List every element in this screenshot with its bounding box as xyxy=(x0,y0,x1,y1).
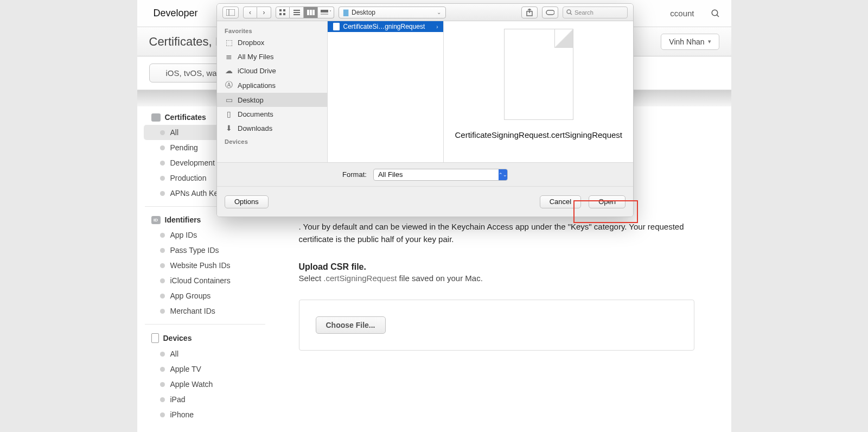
devices-header: Devices xyxy=(217,135,327,146)
sidebar-item-devices-iphone[interactable]: iPhone xyxy=(137,407,273,422)
column-view-button[interactable] xyxy=(304,7,318,18)
sidebar-item-app-ids[interactable]: App IDs xyxy=(137,227,273,243)
svg-point-0 xyxy=(712,10,718,16)
coverflow-view-button[interactable]: ˅ xyxy=(318,7,334,18)
downloads-icon: ⬇ xyxy=(225,124,233,132)
sidebar-item-pass-type-ids[interactable]: Pass Type IDs xyxy=(137,243,273,258)
dot-icon xyxy=(160,382,165,387)
sidebar-group-devices[interactable]: Devices xyxy=(137,330,273,346)
dot-icon xyxy=(160,145,165,150)
svg-rect-14 xyxy=(321,10,328,12)
dot-icon xyxy=(160,233,165,238)
finder-toolbar: ‹ › ˅ ▇ Desktop ⌄ Search xyxy=(217,4,633,21)
svg-rect-12 xyxy=(310,10,312,15)
dot-icon xyxy=(160,294,165,298)
forward-button[interactable]: › xyxy=(257,7,271,18)
back-button[interactable]: ‹ xyxy=(243,7,257,18)
csr-dropzone: Choose File... xyxy=(299,300,694,351)
format-row: Format: All Files ⌃⌄ xyxy=(217,162,633,186)
chevron-right-icon: › xyxy=(436,24,438,30)
svg-point-18 xyxy=(567,10,571,14)
file-preview-thumbnail xyxy=(504,29,573,120)
sidebar-item-devices-all[interactable]: All xyxy=(137,346,273,361)
fav-desktop[interactable]: ▭Desktop xyxy=(217,93,327,107)
cancel-button[interactable]: Cancel xyxy=(540,195,581,208)
sidebar-item-merchant-ids[interactable]: Merchant IDs xyxy=(137,303,273,319)
sidebar-item-website-push-ids[interactable]: Website Push IDs xyxy=(137,258,273,273)
options-button[interactable]: Options xyxy=(225,195,269,208)
dot-icon xyxy=(160,309,165,314)
device-badge-icon xyxy=(151,333,159,343)
platform-tab-label: iOS, tvOS, wat xyxy=(166,68,219,78)
cloud-icon: ☁ xyxy=(225,66,233,75)
finder-sidebar: Favorites ⬚Dropbox ≣All My Files ☁iCloud… xyxy=(217,21,328,162)
user-name: Vinh Nhan xyxy=(669,37,704,46)
sidebar-group-title: Devices xyxy=(163,334,192,342)
icon-view-button[interactable] xyxy=(276,7,290,18)
file-name-full: CertificateSigningRequest.certSigningReq… xyxy=(455,130,622,141)
toggle-sidebar-button[interactable] xyxy=(222,7,239,18)
dialog-button-row: Options Cancel Open xyxy=(217,186,633,217)
sidebar-item-devices-appletv[interactable]: Apple TV xyxy=(137,361,273,377)
svg-line-1 xyxy=(717,15,719,17)
svg-rect-11 xyxy=(307,10,309,15)
file-row-csr[interactable]: CertificateSi…gningRequest › xyxy=(328,21,443,32)
identifiers-badge-icon: ID xyxy=(151,216,161,224)
chevron-updown-icon: ⌃⌄ xyxy=(499,169,507,180)
location-dropdown[interactable]: ▇ Desktop ⌄ xyxy=(339,7,446,18)
page-fold-icon xyxy=(554,29,573,48)
desktop-icon: ▭ xyxy=(225,96,233,104)
svg-line-19 xyxy=(570,13,572,15)
fav-icloud-drive[interactable]: ☁iCloud Drive xyxy=(217,63,327,78)
page-title: Certificates, I xyxy=(149,35,219,49)
fav-downloads[interactable]: ⬇Downloads xyxy=(217,121,327,135)
svg-rect-2 xyxy=(226,9,235,16)
nav-back-forward: ‹ › xyxy=(243,7,271,18)
svg-rect-4 xyxy=(279,9,282,11)
all-files-icon: ≣ xyxy=(225,52,233,61)
open-button[interactable]: Open xyxy=(589,195,626,208)
choose-file-button[interactable]: Choose File... xyxy=(316,316,386,334)
location-label: Desktop xyxy=(352,9,375,16)
dot-icon xyxy=(160,278,165,283)
document-icon xyxy=(333,23,340,30)
fav-all-my-files[interactable]: ≣All My Files xyxy=(217,49,327,63)
documents-icon: ▯ xyxy=(225,110,233,118)
sidebar-group-title: Certificates xyxy=(165,113,206,122)
file-name-short: CertificateSi…gningRequest xyxy=(343,23,425,30)
user-menu[interactable]: Vinh Nhan xyxy=(661,34,719,50)
format-value: All Files xyxy=(378,170,403,179)
finder-open-dialog: ‹ › ˅ ▇ Desktop ⌄ Search Favorites xyxy=(216,3,634,217)
fav-documents[interactable]: ▯Documents xyxy=(217,107,327,121)
nav-account-fragment[interactable]: ccount xyxy=(670,9,694,18)
fav-dropbox[interactable]: ⬚Dropbox xyxy=(217,35,327,49)
share-button[interactable] xyxy=(521,7,538,18)
finder-file-column: CertificateSi…gningRequest › xyxy=(328,21,444,162)
dot-icon xyxy=(160,161,165,166)
finder-search-field[interactable]: Search xyxy=(563,7,628,18)
sidebar-group-title: Identifiers xyxy=(165,215,201,224)
format-dropdown[interactable]: All Files ⌃⌄ xyxy=(373,169,508,181)
upload-subtext: Select .certSigningRequest file saved on… xyxy=(299,272,694,284)
sidebar-item-devices-ipad[interactable]: iPad xyxy=(137,392,273,407)
dot-icon xyxy=(160,352,165,357)
dot-icon xyxy=(160,367,165,372)
dropbox-icon: ⬚ xyxy=(225,38,233,47)
dot-icon xyxy=(160,191,165,196)
list-view-button[interactable] xyxy=(290,7,304,18)
format-label: Format: xyxy=(342,170,367,179)
dot-icon xyxy=(160,176,165,181)
dot-icon xyxy=(160,248,165,253)
nav-search-icon[interactable] xyxy=(711,9,720,18)
favorites-header: Favorites xyxy=(217,24,327,35)
search-placeholder: Search xyxy=(575,9,593,16)
upload-heading: Upload CSR file. xyxy=(299,262,694,272)
view-mode-segment: ˅ xyxy=(276,7,334,18)
svg-rect-13 xyxy=(312,10,315,15)
finder-preview-column: CertificateSigningRequest.certSigningReq… xyxy=(444,21,633,162)
sidebar-item-app-groups[interactable]: App Groups xyxy=(137,288,273,303)
sidebar-item-devices-applewatch[interactable]: Apple Watch xyxy=(137,377,273,392)
sidebar-item-icloud-containers[interactable]: iCloud Containers xyxy=(137,273,273,288)
tags-button[interactable] xyxy=(542,7,558,18)
fav-applications[interactable]: ⒶApplications xyxy=(217,78,327,93)
